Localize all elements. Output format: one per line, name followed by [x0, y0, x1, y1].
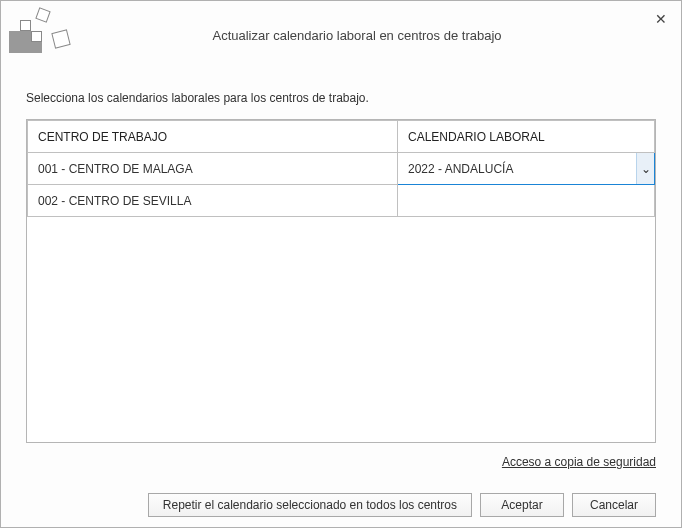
table-row: 001 - CENTRO DE MALAGA 2022 - ANDALUCÍA …	[28, 153, 655, 185]
accept-button[interactable]: Aceptar	[480, 493, 564, 517]
header-calendario: CALENDARIO LABORAL	[398, 121, 655, 153]
close-button[interactable]: ✕	[651, 9, 671, 29]
cancel-button[interactable]: Cancelar	[572, 493, 656, 517]
chevron-down-icon[interactable]: ⌄	[636, 153, 654, 184]
centros-table: CENTRO DE TRABAJO CALENDARIO LABORAL 001…	[26, 119, 656, 443]
calendario-dropdown: 2021 - ANDALUCÍA2022 - ANDALUCÍA2022 - A…	[398, 184, 655, 185]
button-row: Repetir el calendario seleccionado en to…	[26, 493, 656, 517]
cell-calendario-select[interactable]: 2022 - ANDALUCÍA ⌄ 2021 - ANDALUCÍA2022 …	[398, 153, 655, 185]
close-icon: ✕	[655, 11, 667, 27]
select-value: 2022 - ANDALUCÍA	[408, 162, 513, 176]
cell-centro[interactable]: 002 - CENTRO DE SEVILLA	[28, 185, 398, 217]
header-centro: CENTRO DE TRABAJO	[28, 121, 398, 153]
backup-link[interactable]: Acceso a copia de seguridad	[502, 455, 656, 469]
dialog-title: Actualizar calendario laboral en centros…	[61, 24, 653, 43]
table-row: 002 - CENTRO DE SEVILLA	[28, 185, 655, 217]
instruction-text: Selecciona los calendarios laborales par…	[26, 91, 656, 105]
cell-calendario[interactable]	[398, 185, 655, 217]
title-bar: Actualizar calendario laboral en centros…	[1, 1, 681, 65]
repeat-button[interactable]: Repetir el calendario seleccionado en to…	[148, 493, 472, 517]
cell-centro[interactable]: 001 - CENTRO DE MALAGA	[28, 153, 398, 185]
